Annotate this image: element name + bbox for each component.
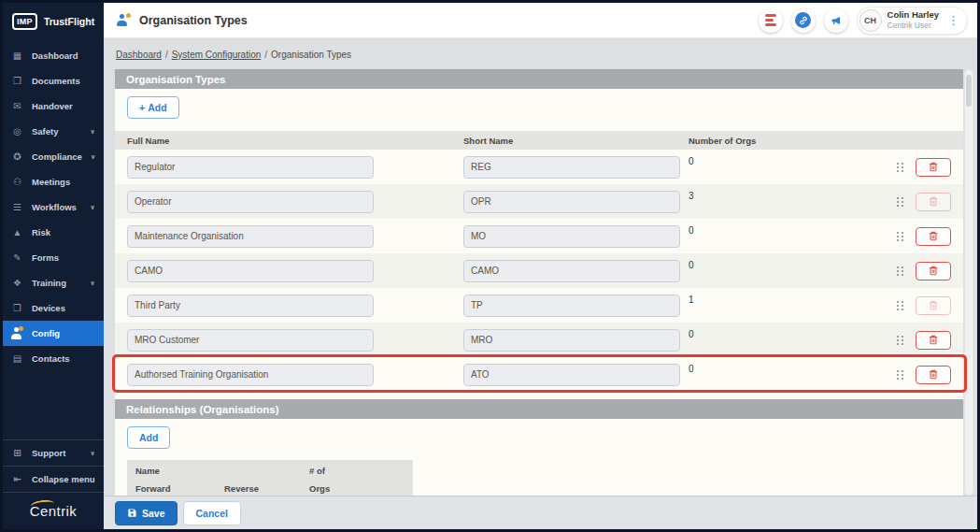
num-orgs-value: 0 <box>680 224 880 236</box>
sidebar-item-meetings[interactable]: ⚇ Meetings <box>3 169 104 194</box>
trash-icon <box>929 369 938 380</box>
kebab-menu-icon[interactable]: ⋮ <box>944 13 962 27</box>
drag-handle-icon[interactable] <box>897 369 904 381</box>
drag-handle-icon[interactable] <box>897 335 904 346</box>
num-orgs-value: 3 <box>680 190 880 201</box>
trash-icon <box>929 335 938 345</box>
scrollbar-thumb[interactable] <box>966 75 972 107</box>
sidebar-item-compliance[interactable]: ✪ Compliance ∨ <box>3 144 104 169</box>
sidebar: IMP TrustFlight ▦ Dashboard ❐ Documents … <box>3 3 104 529</box>
paperclip-icon: ❐ <box>11 76 23 86</box>
trash-icon <box>929 300 938 310</box>
org-type-row: 1 <box>115 288 963 323</box>
link-icon[interactable] <box>791 8 816 33</box>
full-name-input[interactable] <box>127 156 374 179</box>
sidebar-item-forms[interactable]: ✎ Forms <box>3 245 104 270</box>
relationships-body: Add Name # of Forward Reverse Orgs <box>115 419 963 496</box>
org-types-table-header: Full Name Short Name Number of Orgs <box>115 131 963 150</box>
add-relationship-button[interactable]: Add <box>127 426 170 449</box>
user-menu[interactable]: CH Colin Harley Centrik User ⋮ <box>857 7 968 35</box>
column-orgs: Orgs <box>309 483 405 494</box>
avatar: CH <box>859 9 882 32</box>
breadcrumb-link-dashboard[interactable]: Dashboard <box>116 50 162 60</box>
org-types-body: +Add Full Name Short Name Number of Orgs <box>115 89 963 399</box>
sidebar-item-safety[interactable]: ◎ Safety ∨ <box>3 119 104 144</box>
org-type-row: 3 <box>115 184 963 219</box>
save-button[interactable]: Save <box>115 501 178 525</box>
full-name-input[interactable] <box>127 191 374 213</box>
short-name-input[interactable] <box>463 364 680 386</box>
short-name-input[interactable] <box>463 225 680 248</box>
full-name-input[interactable] <box>127 329 374 352</box>
drag-handle-icon[interactable] <box>897 300 904 311</box>
sidebar-item-config[interactable]: Config <box>3 321 104 346</box>
short-name-input[interactable] <box>463 191 680 213</box>
add-org-type-button[interactable]: +Add <box>127 96 179 119</box>
workflows-icon: ☰ <box>11 202 23 212</box>
delete-button[interactable] <box>916 366 951 384</box>
floppy-icon <box>127 508 137 518</box>
breadcrumb-link-system-configuration[interactable]: System Configuration <box>172 50 262 60</box>
delete-button[interactable] <box>916 158 951 177</box>
delete-button[interactable] <box>916 331 951 350</box>
relationships-section-header: Relationships (Organisations) <box>115 399 963 419</box>
queue-icon[interactable] <box>759 8 783 33</box>
sidebar-item-documents[interactable]: ❐ Documents <box>3 68 104 93</box>
sidebar-item-risk[interactable]: ▲ Risk <box>3 220 104 245</box>
full-name-input[interactable] <box>127 364 374 386</box>
drag-handle-icon[interactable] <box>897 196 904 208</box>
sidebar-item-training[interactable]: ❖ Training ∨ <box>3 270 104 295</box>
sidebar-item-label: Documents <box>32 76 80 86</box>
cancel-button[interactable]: Cancel <box>183 501 241 525</box>
people-icon: ⚇ <box>11 177 23 187</box>
vertical-scrollbar[interactable] <box>964 69 973 496</box>
sidebar-item-label: Meetings <box>32 177 70 187</box>
sidebar-item-handover[interactable]: ✉ Handover <box>3 93 104 119</box>
sidebar-item-label: Contacts <box>32 353 70 364</box>
drag-handle-icon[interactable] <box>897 266 904 277</box>
org-type-row: 0 <box>115 219 963 253</box>
sidebar-item-devices[interactable]: ❒ Devices <box>3 295 104 321</box>
short-name-input[interactable] <box>463 260 680 282</box>
sidebar-item-contacts[interactable]: ▤ Contacts <box>3 346 104 371</box>
collapse-menu-button[interactable]: ⇤ Collapse menu <box>3 467 104 492</box>
short-name-input[interactable] <box>463 329 680 352</box>
delete-button[interactable] <box>916 262 951 280</box>
short-name-input[interactable] <box>463 295 680 317</box>
sidebar-item-support[interactable]: ⊞ Support ∨ <box>3 440 104 466</box>
delete-button[interactable] <box>916 227 951 246</box>
chevron-down-icon: ∨ <box>90 128 95 136</box>
drag-handle-icon[interactable] <box>897 231 904 242</box>
trash-icon <box>929 266 938 276</box>
delete-button-disabled <box>916 193 951 211</box>
full-name-input[interactable] <box>127 225 374 248</box>
org-type-row: 0 <box>115 253 963 288</box>
sidebar-item-label: Devices <box>32 303 65 313</box>
megaphone-icon[interactable] <box>824 8 848 33</box>
trash-icon <box>929 162 938 172</box>
sidebar-item-label: Safety <box>32 126 59 137</box>
column-number-of-orgs: Number of Orgs <box>680 136 880 146</box>
sidebar-item-label: Handover <box>32 101 73 111</box>
support-icon: ⊞ <box>11 448 23 458</box>
column-reverse: Reverse <box>224 483 309 494</box>
sidebar-item-workflows[interactable]: ☰ Workflows ∨ <box>3 194 104 220</box>
user-name: Colin Harley <box>888 9 939 21</box>
user-role: Centrik User <box>888 21 939 30</box>
imp-logo-badge: IMP <box>12 13 37 30</box>
chevron-down-icon: ∨ <box>90 204 95 211</box>
full-name-input[interactable] <box>127 295 374 317</box>
short-name-input[interactable] <box>463 156 680 179</box>
collapse-arrow-icon: ⇤ <box>11 474 23 484</box>
column-num-of: # of <box>309 466 405 476</box>
breadcrumb-current: Organisation Types <box>271 50 351 60</box>
content-area: Dashboard/System Configuration/Organisat… <box>104 38 977 496</box>
sidebar-item-dashboard[interactable]: ▦ Dashboard <box>3 43 104 68</box>
column-short-name: Short Name <box>463 136 680 146</box>
page-title: Organisation Types <box>139 14 248 27</box>
brand-logo: IMP TrustFlight <box>3 3 104 38</box>
graduation-icon: ❖ <box>11 278 23 288</box>
trash-icon <box>929 231 938 241</box>
full-name-input[interactable] <box>127 260 374 282</box>
drag-handle-icon[interactable] <box>897 162 904 173</box>
